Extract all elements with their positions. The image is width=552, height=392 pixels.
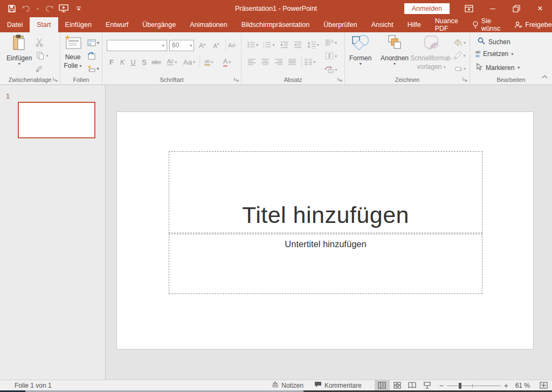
replace-caret[interactable]: ▾ <box>511 52 513 56</box>
font-color-caret[interactable]: ▾ <box>229 60 231 64</box>
character-spacing-button[interactable]: AV ▾ <box>164 56 180 68</box>
bullets-button[interactable]: ▾ <box>246 39 260 51</box>
tab-datei[interactable]: Datei <box>0 17 30 32</box>
sign-in-button[interactable]: Anmelden <box>404 3 450 14</box>
tab-animationen[interactable]: Animationen <box>183 17 234 32</box>
paste-button[interactable]: Einfügen ▾ <box>6 34 32 66</box>
undo-icon[interactable] <box>20 2 33 15</box>
character-spacing-caret[interactable]: ▾ <box>175 60 177 64</box>
comments-button[interactable]: Kommentare <box>309 380 367 390</box>
bold-button[interactable]: F <box>107 56 116 68</box>
font-color-button[interactable]: A ▾ <box>219 56 235 68</box>
view-slideshow-button[interactable] <box>420 380 435 390</box>
restore-button[interactable] <box>505 0 528 17</box>
columns-button[interactable]: ▾ <box>301 56 319 68</box>
justify-button[interactable] <box>286 56 298 68</box>
line-spacing-caret[interactable]: ▾ <box>317 43 319 47</box>
fit-slide-to-window-button[interactable] <box>534 382 552 389</box>
columns-caret[interactable]: ▾ <box>313 60 315 64</box>
numbering-caret[interactable]: ▾ <box>272 43 274 47</box>
title-placeholder[interactable]: Titel hinzufügen <box>169 151 482 233</box>
font-name-combo[interactable]: ▾ <box>107 40 167 51</box>
share-button[interactable]: Freigeben <box>507 17 552 32</box>
copy-button[interactable]: ▾ <box>33 50 52 61</box>
ribbon-display-options-icon[interactable] <box>457 0 481 17</box>
underline-button[interactable]: U <box>128 56 138 68</box>
slide-layout-button[interactable]: ▾ <box>85 37 101 48</box>
clear-formatting-button[interactable]: A <box>225 39 237 51</box>
zoom-slider[interactable] <box>447 382 501 389</box>
tab-bildschirmpraesentation[interactable]: Bildschirmpräsentation <box>234 17 316 32</box>
align-right-button[interactable] <box>273 56 285 68</box>
replace-button[interactable]: ab ac Ersetzen ▾ <box>475 50 513 58</box>
convert-smartart-caret[interactable]: ▾ <box>335 68 337 72</box>
arrange-button[interactable]: Anordnen ▾ <box>381 34 409 66</box>
line-spacing-button[interactable]: ▾ <box>305 39 321 51</box>
text-shadow-button[interactable]: S <box>139 56 149 68</box>
redo-icon[interactable] <box>42 2 55 15</box>
drawing-dialog-launcher-icon[interactable] <box>463 76 468 82</box>
text-direction-button[interactable]: A ▾ <box>321 37 341 48</box>
font-size-combo[interactable]: ▾ <box>169 40 194 51</box>
undo-dropdown-icon[interactable]: ▾ <box>36 2 40 15</box>
view-slide-sorter-button[interactable] <box>390 380 405 390</box>
font-size-dropdown-caret[interactable]: ▾ <box>188 40 194 51</box>
tell-me-button[interactable]: Sie wünsc <box>465 17 507 32</box>
shrink-font-button[interactable]: A▾ <box>210 39 222 51</box>
tab-start[interactable]: Start <box>30 17 58 32</box>
shape-fill-caret[interactable]: ▾ <box>464 41 466 45</box>
tab-nuance-pdf[interactable]: Nuance PDF <box>428 17 465 32</box>
grow-font-button[interactable]: A▴ <box>196 39 208 51</box>
tab-hilfe[interactable]: Hilfe <box>401 17 428 32</box>
select-caret[interactable]: ▾ <box>518 66 520 69</box>
clipboard-dialog-launcher-icon[interactable] <box>53 76 58 82</box>
subtitle-placeholder[interactable]: Untertitel hinzufügen <box>169 234 482 294</box>
paste-dropdown-caret[interactable]: ▾ <box>18 62 20 66</box>
copy-dropdown-caret[interactable]: ▾ <box>46 54 48 58</box>
shape-effects-button[interactable]: ▾ <box>452 62 468 74</box>
zoom-out-button[interactable]: − <box>439 383 444 388</box>
zoom-percentage[interactable]: 61 % <box>512 382 530 389</box>
tab-einfuegen[interactable]: Einfügen <box>58 17 99 32</box>
zoom-slider-thumb[interactable] <box>459 383 461 389</box>
font-name-dropdown-caret[interactable]: ▾ <box>160 40 167 51</box>
save-icon[interactable] <box>5 2 18 15</box>
strikethrough-button[interactable]: abc <box>150 56 163 68</box>
tab-uebergaenge[interactable]: Übergänge <box>135 17 183 32</box>
numbering-button[interactable]: 123 ▾ <box>261 39 277 51</box>
find-button[interactable]: Suchen <box>478 37 510 46</box>
select-button[interactable]: Markieren ▾ <box>476 63 520 72</box>
new-slide-button[interactable]: Neue Folie▾ <box>64 34 82 69</box>
format-painter-button[interactable] <box>33 62 45 74</box>
slide[interactable]: Titel hinzufügen Untertitel hinzufügen <box>116 111 534 349</box>
collapse-ribbon-icon[interactable] <box>542 73 548 80</box>
change-case-button[interactable]: Aa ▾ <box>181 56 197 68</box>
quick-styles-button[interactable]: Schnellformat- vorlagen▾ <box>412 34 451 71</box>
tab-ueberpruefen[interactable]: Überprüfen <box>316 17 364 32</box>
shapes-caret[interactable]: ▾ <box>360 62 362 66</box>
text-direction-caret[interactable]: ▾ <box>335 41 337 45</box>
cut-button[interactable] <box>33 37 45 48</box>
font-size-input[interactable] <box>170 40 188 51</box>
notes-button[interactable]: Notizen <box>266 380 309 390</box>
align-center-button[interactable] <box>259 56 271 68</box>
align-text-caret[interactable]: ▾ <box>335 54 337 58</box>
font-name-input[interactable] <box>107 40 160 51</box>
section-caret[interactable]: ▾ <box>96 67 99 71</box>
decrease-indent-button[interactable] <box>278 39 290 51</box>
tab-ansicht[interactable]: Ansicht <box>364 17 401 32</box>
close-button[interactable]: × <box>528 0 552 17</box>
section-button[interactable]: ▾ <box>85 62 101 74</box>
view-normal-button[interactable] <box>375 380 390 390</box>
minimize-button[interactable] <box>481 0 505 17</box>
text-highlight-button[interactable]: ab ▾ <box>199 56 218 68</box>
change-case-caret[interactable]: ▾ <box>193 60 195 64</box>
start-slideshow-icon[interactable] <box>57 2 70 15</box>
slide-thumbnail[interactable] <box>18 102 95 138</box>
shape-effects-caret[interactable]: ▾ <box>464 67 466 71</box>
new-slide-caret[interactable]: ▾ <box>80 64 82 68</box>
bullets-caret[interactable]: ▾ <box>256 43 258 47</box>
align-left-button[interactable] <box>246 56 258 68</box>
zoom-in-button[interactable]: + <box>504 383 508 388</box>
customize-qat-icon[interactable] <box>72 2 85 15</box>
